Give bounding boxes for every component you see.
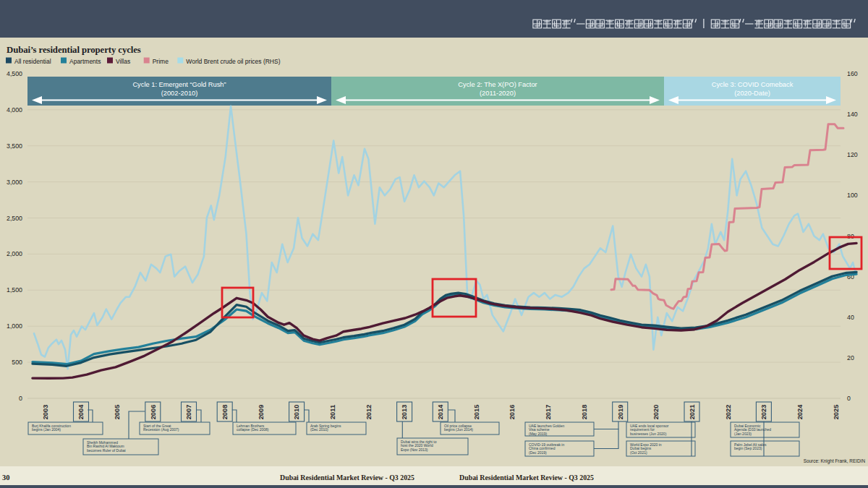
- svg-text:Cycle 2: The X(PO) Factor: Cycle 2: The X(PO) Factor: [458, 81, 537, 88]
- svg-text:2017: 2017: [545, 405, 552, 420]
- svg-text:20: 20: [847, 354, 854, 361]
- svg-text:2013: 2013: [401, 405, 408, 420]
- svg-text:2006: 2006: [150, 405, 157, 420]
- svg-text:2015: 2015: [473, 405, 480, 420]
- svg-text:3,500: 3,500: [7, 142, 22, 150]
- svg-text:160: 160: [847, 70, 858, 77]
- svg-text:World Brent crude oil prices (: World Brent crude oil prices (RHS): [186, 58, 280, 65]
- svg-text:500: 500: [12, 359, 22, 366]
- svg-text:2008: 2008: [221, 405, 229, 420]
- svg-text:2021: 2021: [689, 405, 696, 420]
- svg-text:140: 140: [847, 111, 858, 118]
- svg-text:All residential: All residential: [14, 58, 51, 65]
- svg-text:30: 30: [2, 474, 10, 481]
- svg-text:becomes Ruler of Dubai: becomes Ruler of Dubai: [87, 448, 126, 453]
- svg-text:Cycle 3: COVID Comeback: Cycle 3: COVID Comeback: [712, 81, 793, 88]
- svg-text:2010: 2010: [293, 405, 300, 420]
- svg-text:2023: 2023: [760, 405, 767, 420]
- svg-text:1,000: 1,000: [7, 322, 22, 330]
- svg-text:4,500: 4,500: [7, 70, 22, 77]
- svg-text:40: 40: [847, 314, 854, 321]
- svg-text:begins (Jan 2004): begins (Jan 2004): [32, 427, 61, 432]
- svg-text:2,500: 2,500: [7, 215, 22, 222]
- svg-text:Recession (Aug 2007): Recession (Aug 2007): [143, 427, 179, 432]
- svg-text:2014: 2014: [437, 404, 444, 420]
- svg-text:2003: 2003: [42, 405, 49, 420]
- svg-text:Dubai Residential Market Revie: Dubai Residential Market Review - Q3 202…: [459, 474, 594, 481]
- svg-text:Dubai’s residential property c: Dubai’s residential property cycles: [7, 45, 141, 55]
- svg-text:80: 80: [847, 233, 854, 240]
- svg-text:(Jan 2023): (Jan 2023): [734, 432, 752, 436]
- svg-text:(May 2019): (May 2019): [529, 432, 548, 436]
- svg-text:0: 0: [19, 395, 22, 402]
- svg-text:2024: 2024: [796, 404, 804, 420]
- svg-text:2,000: 2,000: [7, 250, 22, 257]
- svg-text:100: 100: [847, 192, 858, 199]
- svg-text:2011: 2011: [329, 405, 336, 419]
- svg-text:2019: 2019: [617, 405, 624, 420]
- svg-text:Prime: Prime: [153, 58, 169, 65]
- svg-text:Apartments: Apartments: [69, 58, 101, 65]
- svg-text:Dubai Residential Market Revie: Dubai Residential Market Review - Q3 202…: [280, 474, 414, 481]
- svg-text:2020: 2020: [652, 405, 660, 420]
- svg-text:(2011-2020): (2011-2020): [480, 90, 516, 97]
- svg-text:begins (Jun 2014): begins (Jun 2014): [444, 427, 473, 432]
- svg-text:Cycle 1: Emergent “Gold Rush”: Cycle 1: Emergent “Gold Rush”: [132, 81, 226, 88]
- svg-text:collapse (Dec 2008): collapse (Dec 2008): [237, 427, 269, 432]
- svg-text:1,500: 1,500: [7, 286, 22, 294]
- svg-text:(2002-2010): (2002-2010): [161, 90, 198, 97]
- svg-text:(Dec 2010): (Dec 2010): [310, 427, 328, 432]
- svg-text:0: 0: [847, 395, 851, 402]
- svg-text:2005: 2005: [114, 405, 121, 420]
- svg-text:Source: Knight Frank, REIDIN: Source: Knight Frank, REIDIN: [804, 458, 866, 464]
- svg-text:begin (Sep 2023): begin (Sep 2023): [734, 446, 762, 450]
- svg-text:2004: 2004: [77, 404, 85, 420]
- svg-text:2009: 2009: [258, 405, 265, 420]
- svg-text:4,000: 4,000: [7, 106, 22, 114]
- svg-text:(Oct 2021): (Oct 2021): [630, 450, 647, 455]
- svg-text:Villas: Villas: [116, 58, 130, 65]
- svg-text:2012: 2012: [365, 405, 373, 420]
- svg-text:(Dec 2019): (Dec 2019): [529, 450, 547, 455]
- svg-text:2018: 2018: [581, 405, 588, 420]
- svg-text:120: 120: [847, 151, 858, 158]
- svg-text:2022: 2022: [725, 405, 732, 420]
- svg-text:businesses (Jun 2020): businesses (Jun 2020): [630, 432, 667, 436]
- svg-text:2016: 2016: [509, 405, 516, 420]
- svg-text:2007: 2007: [185, 405, 192, 420]
- svg-text:3,000: 3,000: [7, 179, 22, 186]
- svg-text:Expo (Nov 2013): Expo (Nov 2013): [401, 448, 428, 452]
- svg-text:2025: 2025: [833, 405, 840, 420]
- svg-text:(2020-Date): (2020-Date): [734, 90, 770, 97]
